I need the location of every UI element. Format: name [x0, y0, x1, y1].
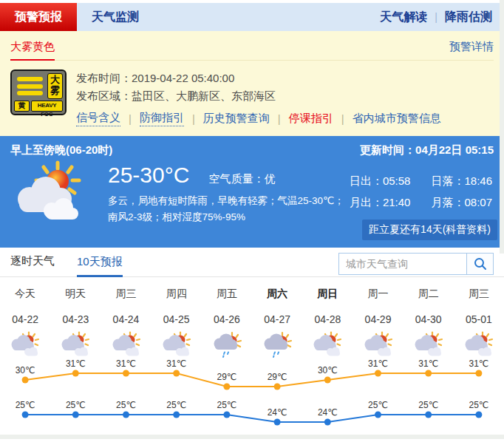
warning-link[interactable]: 停课指引 [289, 112, 333, 126]
temp-label: 31℃ [418, 359, 438, 369]
top-nav: 预警预报 天气监测 天气解读|降雨估测 [0, 3, 504, 31]
date-label: 05-01 [454, 313, 504, 326]
weather-description: 多云，局地有短时阵雨，早晚有轻雾；气温25-30℃； 南风2-3级；相对湿度75… [108, 193, 344, 225]
partly-cloudy-icon [302, 331, 353, 359]
temp-label: 25℃ [469, 400, 488, 410]
date-label: 04-25 [151, 313, 202, 326]
date-label: 04-22 [0, 313, 50, 326]
temp-label: 24℃ [268, 407, 287, 418]
weather-page: 预警预报 天气监测 天气解读|降雨估测 大雾黄色 预警详情 大雾 黄 HEAVY… [0, 0, 504, 439]
warning-info: 发布时间：2019-04-22 05:40:00 发布区域：盐田区、大鹏新区、东… [76, 69, 441, 126]
data-point [72, 412, 79, 418]
moonrise: 月出：21:40 [350, 196, 411, 210]
separator: | [129, 112, 132, 125]
temp-label: 25℃ [217, 400, 236, 410]
update-time: 更新时间：04月22日 05:15 [360, 143, 494, 157]
data-point [22, 377, 29, 384]
forecast-column[interactable]: 周三05-01 [454, 287, 504, 359]
temp-label: 25℃ [116, 400, 136, 410]
temp-block: 25-30°C 空气质量：优 多云，局地有短时阵雨，早晚有轻雾；气温25-30℃… [108, 160, 344, 230]
date-label: 04-26 [202, 313, 252, 326]
data-point [375, 412, 381, 418]
sunset: 日落：18:46 [431, 174, 492, 188]
temp-label: 31℃ [166, 359, 186, 369]
partly-cloudy-icon [0, 331, 50, 359]
day-label: 周一 [353, 287, 403, 300]
temp-label: 25℃ [368, 400, 388, 410]
temperature-range: 25-30°C [108, 160, 189, 190]
partly-cloudy-icon [151, 331, 202, 359]
tab-hourly-weather[interactable]: 逐时天气 [10, 254, 55, 276]
data-point [475, 412, 482, 418]
warning-category-tab[interactable]: 大雾黄色 [10, 40, 55, 61]
fog-icon-level: 黄 [14, 101, 30, 112]
tab-warning-forecast[interactable]: 预警预报 [0, 3, 77, 31]
forecast-section: 逐时天气 10天预报 今天04-22明天04-23周三04-24周四04-25周… [0, 248, 504, 435]
day-label: 周六 [252, 287, 302, 300]
data-point [123, 412, 129, 418]
warning-link[interactable]: 历史预警查询 [203, 112, 270, 126]
air-quality: 空气质量：优 [208, 172, 275, 186]
temp-label: 30℃ [318, 365, 338, 375]
forecast-column[interactable]: 周五04-26 [202, 287, 252, 359]
right-gutter [500, 0, 504, 254]
tab-weather-monitoring[interactable]: 天气监测 [77, 3, 154, 31]
warning-detail-link[interactable]: 预警详情 [449, 40, 494, 54]
forecast-column[interactable]: 周六04-27 [252, 287, 302, 359]
date-label: 04-29 [353, 313, 403, 326]
warning-link[interactable]: 防御指引 [140, 111, 184, 126]
day-label: 周日 [302, 287, 353, 300]
temp-label: 29℃ [217, 372, 236, 382]
solar-term-button[interactable]: 距立夏还有14天(科普资料) [362, 220, 497, 240]
forecast-column[interactable]: 周二04-30 [403, 287, 454, 359]
publish-area-row: 发布区域：盐田区、大鹏新区、东部海区 [76, 87, 441, 105]
forecast-column[interactable]: 周四04-25 [151, 287, 202, 359]
forecast-column[interactable]: 今天04-22 [0, 287, 50, 359]
temp-label: 24℃ [318, 407, 338, 418]
data-point [173, 370, 180, 377]
temp-line [25, 373, 479, 387]
data-point [72, 370, 79, 377]
warning-body: 大雾 黄 HEAVY FOG 发布时间：2019-04-22 05:40:00 … [10, 69, 494, 126]
data-point [123, 370, 129, 377]
tab-10day-forecast[interactable]: 10天预报 [77, 255, 123, 277]
search-input[interactable] [339, 254, 466, 274]
data-point [223, 384, 230, 390]
separator: | [192, 112, 195, 125]
current-header: 早上至傍晚(06-20时) 更新时间：04月22日 05:15 [10, 143, 494, 157]
forecast-column[interactable]: 明天04-23 [50, 287, 101, 359]
publish-area-label: 发布区域： [76, 89, 132, 102]
forecast-column[interactable]: 周一04-29 [353, 287, 403, 359]
fog-icon-en-label: HEAVY FOG [31, 101, 63, 112]
partly-cloudy-icon [101, 331, 151, 359]
search-button[interactable] [466, 254, 493, 274]
forecast-tabs: 逐时天气 10天预报 [0, 248, 504, 277]
temp-label: 30℃ [16, 365, 35, 375]
temp-label: 31℃ [469, 359, 488, 369]
data-point [375, 370, 381, 377]
nav-link[interactable]: 降雨估测 [445, 10, 492, 25]
data-point [223, 412, 230, 418]
partly-cloudy-icon [403, 331, 454, 359]
publish-time-value: 2019-04-22 05:40:00 [132, 72, 234, 84]
temp-label: 25℃ [418, 400, 438, 410]
date-label: 04-30 [403, 313, 454, 326]
warning-link[interactable]: 省内城市预警信息 [353, 112, 441, 126]
separator: | [435, 11, 437, 23]
warning-link[interactable]: 信号含义 [76, 111, 120, 126]
nav-right-links: 天气解读|降雨估测 [380, 3, 504, 31]
day-label: 周四 [151, 287, 202, 300]
warning-header: 大雾黄色 预警详情 [10, 31, 494, 61]
temp-label: 25℃ [16, 400, 35, 410]
forecast-period: 早上至傍晚(06-20时) [10, 143, 112, 157]
city-search [338, 253, 494, 275]
data-point [425, 412, 432, 418]
day-label: 明天 [50, 287, 101, 300]
date-label: 04-27 [252, 313, 302, 326]
forecast-column[interactable]: 周三04-24 [101, 287, 151, 359]
shower-icon [252, 331, 302, 359]
shower-icon [202, 331, 252, 359]
nav-link[interactable]: 天气解读 [380, 10, 427, 25]
forecast-column[interactable]: 周日04-28 [302, 287, 353, 359]
forecast-grid: 今天04-22明天04-23周三04-24周四04-25周五04-26周六04-… [0, 277, 504, 359]
